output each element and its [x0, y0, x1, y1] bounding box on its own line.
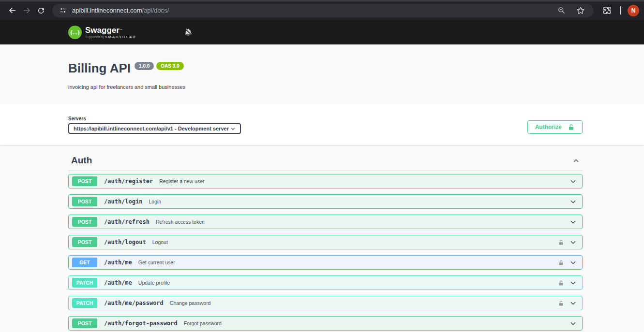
endpoint-path: /auth/forgot-password: [104, 320, 178, 327]
trademark-symbol: ™: [120, 29, 122, 31]
endpoint-summary: Login: [149, 199, 161, 204]
profile-avatar[interactable]: N: [628, 5, 639, 16]
endpoint-path: /auth/register: [104, 178, 153, 185]
reload-icon: [37, 6, 45, 15]
method-badge: POST: [72, 197, 97, 206]
endpoint-path: /auth/login: [104, 198, 142, 205]
extensions-button[interactable]: [599, 3, 614, 18]
zoom-out-icon[interactable]: [557, 6, 566, 14]
url-text[interactable]: apibill.intlineconnect.com/api/docs/: [72, 7, 557, 14]
endpoint-path: /auth/me/password: [104, 300, 164, 306]
operation-row[interactable]: POST /auth/login Login: [68, 194, 583, 209]
endpoint-path: /auth/me: [104, 259, 132, 266]
api-description: invoicing api for freelancers and small …: [68, 84, 583, 90]
servers-select[interactable]: https://apibill.intlineconnect.com/api/v…: [68, 123, 241, 134]
operations-section: Auth POST /auth/register Register a new …: [0, 145, 644, 331]
forward-icon: [22, 6, 31, 15]
endpoint-path: /auth/logout: [104, 239, 146, 245]
chevron-down-icon[interactable]: [569, 239, 577, 246]
chevron-down-icon[interactable]: [569, 279, 577, 287]
endpoint-summary: Forgot password: [184, 320, 222, 326]
operation-row[interactable]: POST /auth/logout Logout: [68, 235, 583, 249]
swagger-page: Billing API 1.0.0 OAS 3.0 invoicing api …: [0, 44, 644, 332]
address-bar[interactable]: apibill.intlineconnect.com/api/docs/: [52, 4, 594, 17]
toolbar-separator: [620, 6, 621, 14]
forward-button[interactable]: [19, 3, 34, 18]
swagger-wordmark: Swagger™: [85, 26, 136, 34]
api-info-section: Billing API 1.0.0 OAS 3.0 invoicing api …: [0, 44, 644, 104]
url-host: apibill.intlineconnect.com: [72, 7, 142, 14]
notifications-off-icon: [183, 28, 193, 40]
scheme-container: Servers https://apibill.intlineconnect.c…: [0, 104, 644, 145]
chevron-down-icon[interactable]: [569, 259, 577, 266]
endpoint-summary: Update profile: [138, 280, 170, 286]
endpoint-summary: Refresh access token: [156, 219, 205, 225]
servers-selected-option: https://apibill.intlineconnect.com/api/v…: [74, 126, 229, 131]
operation-row[interactable]: PATCH /auth/me/password Change password: [68, 296, 583, 310]
url-path: /api/docs/: [142, 7, 169, 14]
operation-list: POST /auth/register Register a new user …: [68, 174, 583, 331]
endpoint-summary: Register a new user: [159, 178, 204, 184]
extensions-icon: [602, 6, 612, 15]
operation-row[interactable]: POST /auth/register Register a new user: [68, 174, 583, 188]
method-badge: GET: [72, 258, 97, 267]
chevron-down-icon[interactable]: [569, 218, 577, 226]
authorize-label: Authorize: [535, 124, 562, 130]
method-badge: POST: [72, 217, 97, 227]
back-icon: [8, 6, 17, 15]
avatar-initial: N: [631, 7, 636, 14]
method-badge: PATCH: [72, 298, 97, 308]
chevron-down-icon[interactable]: [569, 178, 577, 185]
method-badge: POST: [72, 176, 97, 186]
swagger-logo-icon: {…}: [68, 26, 82, 39]
lock-icon[interactable]: [558, 300, 564, 307]
method-badge: PATCH: [72, 278, 97, 288]
oas-badge: OAS 3.0: [156, 62, 183, 70]
version-badge: 1.0.0: [135, 62, 154, 70]
tag-header-auth[interactable]: Auth: [68, 152, 583, 171]
operation-row[interactable]: POST /auth/refresh Refresh access token: [68, 215, 583, 229]
operation-row[interactable]: GET /auth/me Get current user: [68, 255, 583, 270]
lock-icon[interactable]: [558, 239, 564, 246]
tag-title: Auth: [71, 155, 92, 166]
reload-button[interactable]: [34, 3, 48, 18]
back-button[interactable]: [5, 3, 19, 18]
servers-block: Servers https://apibill.intlineconnect.c…: [68, 116, 241, 134]
servers-label: Servers: [68, 116, 241, 121]
lock-icon[interactable]: [558, 259, 564, 266]
endpoint-summary: Change password: [170, 300, 211, 306]
swagger-logo[interactable]: {…} Swagger™ Supported bySMARTBEAR: [68, 26, 136, 39]
swagger-topbar: {…} Swagger™ Supported bySMARTBEAR: [0, 20, 644, 44]
bookmark-star-icon[interactable]: [576, 6, 585, 15]
endpoint-path: /auth/refresh: [104, 218, 150, 225]
browser-chrome: apibill.intlineconnect.com/api/docs/: [0, 0, 644, 20]
smartbear-tagline: Supported bySMARTBEAR: [85, 35, 136, 39]
browser-toolbar: apibill.intlineconnect.com/api/docs/: [0, 1, 644, 19]
method-badge: POST: [72, 237, 97, 247]
page-title: Billing API: [68, 61, 131, 75]
endpoint-path: /auth/me: [104, 279, 132, 286]
operation-row[interactable]: PATCH /auth/me Update profile: [68, 275, 583, 290]
unlock-icon: [568, 123, 575, 131]
endpoint-summary: Get current user: [138, 260, 175, 265]
lock-icon[interactable]: [558, 279, 564, 287]
endpoint-summary: Logout: [152, 239, 168, 245]
authorize-button[interactable]: Authorize: [527, 120, 583, 134]
operation-row[interactable]: POST /auth/forgot-password Forgot passwo…: [68, 316, 583, 331]
chevron-down-icon: [230, 126, 236, 131]
site-settings-icon[interactable]: [59, 6, 67, 14]
chevron-down-icon[interactable]: [569, 320, 577, 327]
method-badge: POST: [72, 318, 97, 328]
chevron-down-icon[interactable]: [569, 198, 577, 205]
chevron-down-icon[interactable]: [569, 300, 577, 307]
chevron-up-icon[interactable]: [572, 157, 580, 164]
